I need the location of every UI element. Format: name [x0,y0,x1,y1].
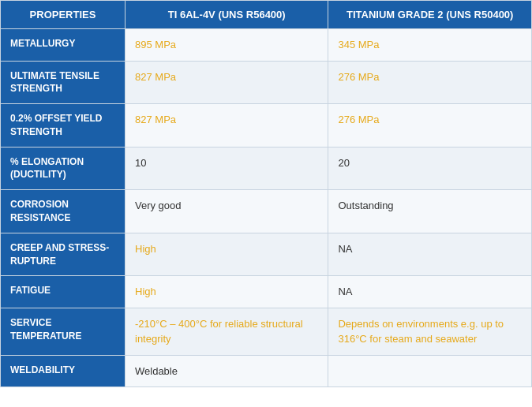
property-cell: SERVICE TEMPERATURE [1,308,126,355]
table-row: CREEP AND STRESS-RUPTUREHighNA [1,233,532,276]
value-col1: 827 MPa [126,61,328,104]
value-col2: NA [328,276,532,308]
table-row: ULTIMATE TENSILE STRENGTH827 MPa276 MPa [1,61,532,104]
value-col1: -210°C – 400°C for reliable structural i… [126,308,328,355]
table-row: FATIGUEHighNA [1,276,532,308]
property-cell: CREEP AND STRESS-RUPTURE [1,233,126,276]
table-row: SERVICE TEMPERATURE-210°C – 400°C for re… [1,308,532,355]
value-col2: Outstanding [328,190,532,233]
table-row: WELDABILITYWeldable [1,355,532,387]
value-col2: 345 MPa [328,29,532,62]
property-cell: METALLURGY [1,29,126,62]
property-cell: FATIGUE [1,276,126,308]
header-col1: TI 6AL-4V (UNS R56400) [126,1,328,29]
header-col2: TITANIUM GRADE 2 (UNS R50400) [328,1,532,29]
property-cell: CORROSION RESISTANCE [1,190,126,233]
value-col1: Very good [126,190,328,233]
property-cell: WELDABILITY [1,355,126,387]
value-col1: Weldable [126,355,328,387]
table-row: CORROSION RESISTANCEVery goodOutstanding [1,190,532,233]
comparison-table: PROPERTIES TI 6AL-4V (UNS R56400) TITANI… [0,0,532,387]
value-col2: 276 MPa [328,61,532,104]
value-col2: Depends on environments e.g. up to 316°C… [328,308,532,355]
table-row: 0.2% OFFSET YIELD STRENGTH827 MPa276 MPa [1,104,532,147]
table-row: METALLURGY895 MPa345 MPa [1,29,532,62]
value-col2: 20 [328,147,532,190]
value-col1: High [126,276,328,308]
property-cell: ULTIMATE TENSILE STRENGTH [1,61,126,104]
value-col1: 10 [126,147,328,190]
value-col2: NA [328,233,532,276]
table-row: % ELONGATION (DUCTILITY)1020 [1,147,532,190]
value-col1: 895 MPa [126,29,328,62]
value-col2 [328,355,532,387]
header-properties: PROPERTIES [1,1,126,29]
property-cell: % ELONGATION (DUCTILITY) [1,147,126,190]
value-col1: High [126,233,328,276]
value-col1: 827 MPa [126,104,328,147]
value-col2: 276 MPa [328,104,532,147]
property-cell: 0.2% OFFSET YIELD STRENGTH [1,104,126,147]
